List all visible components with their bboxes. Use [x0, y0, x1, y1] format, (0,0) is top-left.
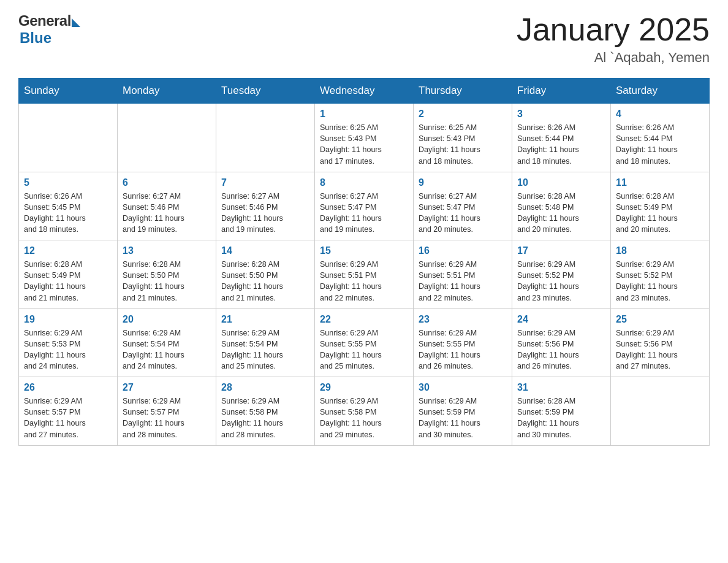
- calendar-day-cell: [216, 104, 315, 172]
- day-number: 6: [123, 177, 211, 188]
- day-number: 18: [616, 245, 704, 256]
- calendar-day-cell: 13Sunrise: 6:28 AM Sunset: 5:50 PM Dayli…: [118, 240, 216, 309]
- calendar-day-cell: 22Sunrise: 6:29 AM Sunset: 5:55 PM Dayli…: [315, 308, 414, 377]
- calendar-day-cell: 26Sunrise: 6:29 AM Sunset: 5:57 PM Dayli…: [19, 377, 118, 446]
- calendar-day-cell: 28Sunrise: 6:29 AM Sunset: 5:58 PM Dayli…: [216, 377, 315, 446]
- calendar-day-cell: 8Sunrise: 6:27 AM Sunset: 5:47 PM Daylig…: [315, 172, 414, 240]
- calendar-day-cell: 21Sunrise: 6:29 AM Sunset: 5:54 PM Dayli…: [216, 308, 315, 377]
- calendar-day-cell: 31Sunrise: 6:28 AM Sunset: 5:59 PM Dayli…: [512, 377, 611, 446]
- calendar-week-row: 19Sunrise: 6:29 AM Sunset: 5:53 PM Dayli…: [19, 308, 710, 377]
- day-info: Sunrise: 6:29 AM Sunset: 5:52 PM Dayligh…: [517, 259, 605, 304]
- calendar-day-cell: 18Sunrise: 6:29 AM Sunset: 5:52 PM Dayli…: [611, 240, 710, 309]
- weekday-header: Sunday: [19, 79, 118, 104]
- day-info: Sunrise: 6:28 AM Sunset: 5:59 PM Dayligh…: [517, 396, 605, 440]
- day-number: 29: [320, 382, 408, 393]
- day-info: Sunrise: 6:26 AM Sunset: 5:44 PM Dayligh…: [517, 122, 605, 167]
- day-number: 8: [320, 177, 408, 188]
- calendar-day-cell: 30Sunrise: 6:29 AM Sunset: 5:59 PM Dayli…: [414, 377, 512, 446]
- day-number: 19: [24, 314, 112, 325]
- weekday-header: Monday: [118, 79, 216, 104]
- day-info: Sunrise: 6:27 AM Sunset: 5:47 PM Dayligh…: [320, 191, 408, 236]
- day-info: Sunrise: 6:29 AM Sunset: 5:56 PM Dayligh…: [517, 327, 605, 372]
- day-number: 12: [24, 245, 112, 256]
- day-info: Sunrise: 6:25 AM Sunset: 5:43 PM Dayligh…: [320, 122, 408, 167]
- day-info: Sunrise: 6:29 AM Sunset: 5:59 PM Dayligh…: [419, 396, 507, 440]
- calendar-table: SundayMondayTuesdayWednesdayThursdayFrid…: [18, 78, 710, 446]
- weekday-header: Friday: [512, 79, 611, 104]
- day-number: 28: [221, 382, 309, 393]
- day-number: 10: [517, 177, 605, 188]
- calendar-day-cell: 20Sunrise: 6:29 AM Sunset: 5:54 PM Dayli…: [118, 308, 216, 377]
- day-info: Sunrise: 6:26 AM Sunset: 5:44 PM Dayligh…: [616, 122, 704, 167]
- day-number: 5: [24, 177, 112, 188]
- day-number: 15: [320, 245, 408, 256]
- day-info: Sunrise: 6:29 AM Sunset: 5:57 PM Dayligh…: [123, 396, 211, 440]
- weekday-header: Saturday: [611, 79, 710, 104]
- calendar-day-cell: 11Sunrise: 6:28 AM Sunset: 5:49 PM Dayli…: [611, 172, 710, 240]
- logo-blue-text: Blue: [20, 29, 51, 47]
- calendar-day-cell: 19Sunrise: 6:29 AM Sunset: 5:53 PM Dayli…: [19, 308, 118, 377]
- calendar-day-cell: 10Sunrise: 6:28 AM Sunset: 5:48 PM Dayli…: [512, 172, 611, 240]
- day-info: Sunrise: 6:29 AM Sunset: 5:54 PM Dayligh…: [221, 327, 309, 372]
- day-number: 2: [419, 109, 507, 120]
- day-info: Sunrise: 6:27 AM Sunset: 5:47 PM Dayligh…: [419, 191, 507, 236]
- day-number: 9: [419, 177, 507, 188]
- calendar-week-row: 26Sunrise: 6:29 AM Sunset: 5:57 PM Dayli…: [19, 377, 710, 446]
- day-info: Sunrise: 6:29 AM Sunset: 5:51 PM Dayligh…: [320, 259, 408, 304]
- calendar-day-cell: 3Sunrise: 6:26 AM Sunset: 5:44 PM Daylig…: [512, 104, 611, 172]
- day-number: 31: [517, 382, 605, 393]
- day-info: Sunrise: 6:28 AM Sunset: 5:50 PM Dayligh…: [123, 259, 211, 304]
- calendar-day-cell: 29Sunrise: 6:29 AM Sunset: 5:58 PM Dayli…: [315, 377, 414, 446]
- logo-general-text: General: [18, 12, 71, 29]
- calendar-day-cell: [118, 104, 216, 172]
- day-number: 4: [616, 109, 704, 120]
- day-number: 17: [517, 245, 605, 256]
- day-number: 26: [24, 382, 112, 393]
- day-number: 22: [320, 314, 408, 325]
- day-info: Sunrise: 6:29 AM Sunset: 5:55 PM Dayligh…: [320, 327, 408, 372]
- day-info: Sunrise: 6:29 AM Sunset: 5:54 PM Dayligh…: [123, 327, 211, 372]
- day-number: 25: [616, 314, 704, 325]
- day-info: Sunrise: 6:29 AM Sunset: 5:53 PM Dayligh…: [24, 327, 112, 372]
- day-number: 14: [221, 245, 309, 256]
- day-info: Sunrise: 6:28 AM Sunset: 5:50 PM Dayligh…: [221, 259, 309, 304]
- day-info: Sunrise: 6:29 AM Sunset: 5:52 PM Dayligh…: [616, 259, 704, 304]
- day-number: 3: [517, 109, 605, 120]
- day-info: Sunrise: 6:27 AM Sunset: 5:46 PM Dayligh…: [123, 191, 211, 236]
- day-info: Sunrise: 6:29 AM Sunset: 5:55 PM Dayligh…: [419, 327, 507, 372]
- calendar-week-row: 12Sunrise: 6:28 AM Sunset: 5:49 PM Dayli…: [19, 240, 710, 309]
- day-info: Sunrise: 6:29 AM Sunset: 5:58 PM Dayligh…: [320, 396, 408, 440]
- day-info: Sunrise: 6:28 AM Sunset: 5:49 PM Dayligh…: [24, 259, 112, 304]
- calendar-day-cell: 2Sunrise: 6:25 AM Sunset: 5:43 PM Daylig…: [414, 104, 512, 172]
- day-number: 1: [320, 109, 408, 120]
- title-area: January 2025 Al `Aqabah, Yemen: [517, 12, 710, 66]
- day-number: 20: [123, 314, 211, 325]
- calendar-day-cell: 12Sunrise: 6:28 AM Sunset: 5:49 PM Dayli…: [19, 240, 118, 309]
- calendar-day-cell: 5Sunrise: 6:26 AM Sunset: 5:45 PM Daylig…: [19, 172, 118, 240]
- calendar-day-cell: 15Sunrise: 6:29 AM Sunset: 5:51 PM Dayli…: [315, 240, 414, 309]
- weekday-header: Thursday: [414, 79, 512, 104]
- day-info: Sunrise: 6:25 AM Sunset: 5:43 PM Dayligh…: [419, 122, 507, 167]
- day-number: 16: [419, 245, 507, 256]
- page-header: General Blue January 2025 Al `Aqabah, Ye…: [18, 12, 710, 66]
- calendar-week-row: 1Sunrise: 6:25 AM Sunset: 5:43 PM Daylig…: [19, 104, 710, 172]
- weekday-header: Wednesday: [315, 79, 414, 104]
- day-info: Sunrise: 6:27 AM Sunset: 5:46 PM Dayligh…: [221, 191, 309, 236]
- calendar-day-cell: 23Sunrise: 6:29 AM Sunset: 5:55 PM Dayli…: [414, 308, 512, 377]
- month-title: January 2025: [517, 12, 710, 47]
- logo: General Blue: [18, 12, 80, 47]
- day-info: Sunrise: 6:29 AM Sunset: 5:58 PM Dayligh…: [221, 396, 309, 440]
- location-title: Al `Aqabah, Yemen: [517, 50, 710, 66]
- day-info: Sunrise: 6:28 AM Sunset: 5:48 PM Dayligh…: [517, 191, 605, 236]
- day-number: 13: [123, 245, 211, 256]
- calendar-day-cell: 4Sunrise: 6:26 AM Sunset: 5:44 PM Daylig…: [611, 104, 710, 172]
- calendar-day-cell: 27Sunrise: 6:29 AM Sunset: 5:57 PM Dayli…: [118, 377, 216, 446]
- calendar-week-row: 5Sunrise: 6:26 AM Sunset: 5:45 PM Daylig…: [19, 172, 710, 240]
- day-number: 27: [123, 382, 211, 393]
- logo-arrow-icon: [72, 18, 80, 27]
- weekday-header-row: SundayMondayTuesdayWednesdayThursdayFrid…: [19, 79, 710, 104]
- calendar-day-cell: 6Sunrise: 6:27 AM Sunset: 5:46 PM Daylig…: [118, 172, 216, 240]
- calendar-day-cell: 9Sunrise: 6:27 AM Sunset: 5:47 PM Daylig…: [414, 172, 512, 240]
- calendar-day-cell: 1Sunrise: 6:25 AM Sunset: 5:43 PM Daylig…: [315, 104, 414, 172]
- day-info: Sunrise: 6:28 AM Sunset: 5:49 PM Dayligh…: [616, 191, 704, 236]
